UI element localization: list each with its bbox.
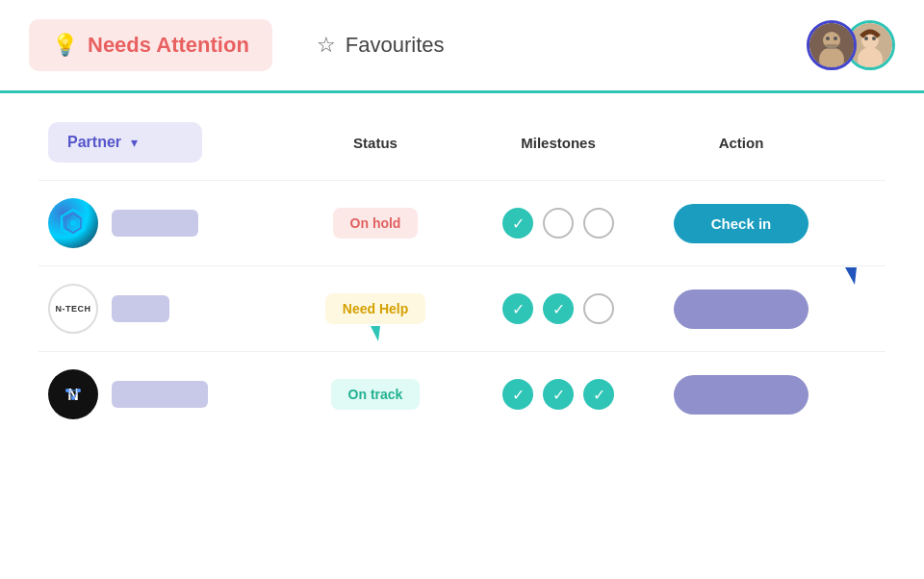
status-badge-on-hold: On hold xyxy=(333,208,419,239)
needs-attention-button[interactable]: 💡 Needs Attention xyxy=(29,19,272,71)
star-icon: ☆ xyxy=(317,33,336,58)
partner-cell-1 xyxy=(48,198,298,248)
check-in-button[interactable]: Check in xyxy=(674,204,808,243)
status-cell-1: On hold xyxy=(298,208,452,239)
svg-point-9 xyxy=(864,37,868,40)
partner-name-bar-1 xyxy=(112,210,198,237)
avatars-group xyxy=(807,20,895,70)
partner-logo-nodal: N xyxy=(48,369,98,419)
table-row: N-TECH Need Help ✓ ✓ xyxy=(38,265,886,351)
bulb-icon: 💡 xyxy=(52,33,78,58)
svg-point-13 xyxy=(70,220,76,226)
milestone-2-2: ✓ xyxy=(543,293,574,324)
milestone-1-1: ✓ xyxy=(502,208,533,239)
table-row: N On track ✓ ✓ ✓ xyxy=(38,351,886,437)
svg-rect-5 xyxy=(825,44,838,49)
chevron-down-icon: ▾ xyxy=(131,135,138,150)
needs-attention-label: Needs Attention xyxy=(88,33,249,58)
milestone-3-2: ✓ xyxy=(543,379,574,410)
milestone-3-3: ✓ xyxy=(583,379,614,410)
partner-cell-2: N-TECH xyxy=(48,284,298,334)
milestone-2-1: ✓ xyxy=(502,293,533,324)
action-cell-3 xyxy=(664,375,818,415)
partner-name-bar-3 xyxy=(112,381,208,408)
status-badge-on-track: On track xyxy=(331,379,421,410)
action-placeholder-button-3[interactable] xyxy=(674,375,808,415)
status-cell-3: On track xyxy=(298,379,452,410)
main-content: Partner ▾ Status Milestones Action On ho… xyxy=(0,93,924,466)
milestones-cell-3: ✓ ✓ ✓ xyxy=(452,379,664,410)
svg-text:N: N xyxy=(67,387,79,403)
table-row: On hold ✓ Check in xyxy=(38,180,886,265)
milestone-1-3 xyxy=(583,208,614,239)
action-cell-1: Check in xyxy=(664,204,818,243)
table-header: Partner ▾ Status Milestones Action xyxy=(38,122,886,163)
status-column-header: Status xyxy=(298,135,452,151)
milestone-1-2 xyxy=(543,208,574,239)
avatar-man xyxy=(807,20,857,70)
status-cell-2: Need Help xyxy=(298,293,452,324)
favourites-button[interactable]: ☆ Favourites xyxy=(301,23,460,67)
action-cell-2 xyxy=(664,290,818,329)
status-badge-need-help: Need Help xyxy=(325,293,425,324)
partner-dropdown[interactable]: Partner ▾ xyxy=(48,122,202,163)
milestone-2-3 xyxy=(583,293,614,324)
svg-point-3 xyxy=(826,37,830,40)
milestones-column-header: Milestones xyxy=(452,135,664,151)
partner-logo-ntech: N-TECH xyxy=(48,284,98,334)
favourites-label: Favourites xyxy=(346,33,445,58)
action-column-header: Action xyxy=(664,135,818,151)
milestones-cell-2: ✓ ✓ xyxy=(452,293,664,324)
svg-point-10 xyxy=(872,37,876,40)
partner-cell-3: N xyxy=(48,369,298,419)
milestones-cell-1: ✓ xyxy=(452,208,664,239)
svg-point-4 xyxy=(834,37,837,40)
top-bar: 💡 Needs Attention ☆ Favourites xyxy=(0,0,924,93)
partner-logo-openai xyxy=(48,198,98,248)
partner-dropdown-label: Partner xyxy=(67,134,121,151)
partner-name-bar-2 xyxy=(112,295,169,322)
milestone-3-1: ✓ xyxy=(502,379,533,410)
partner-dropdown-wrapper: Partner ▾ xyxy=(48,122,298,163)
cursor-arrow-2 xyxy=(371,326,380,341)
avatar-man-face xyxy=(809,23,854,67)
action-placeholder-button-2[interactable] xyxy=(674,290,808,329)
